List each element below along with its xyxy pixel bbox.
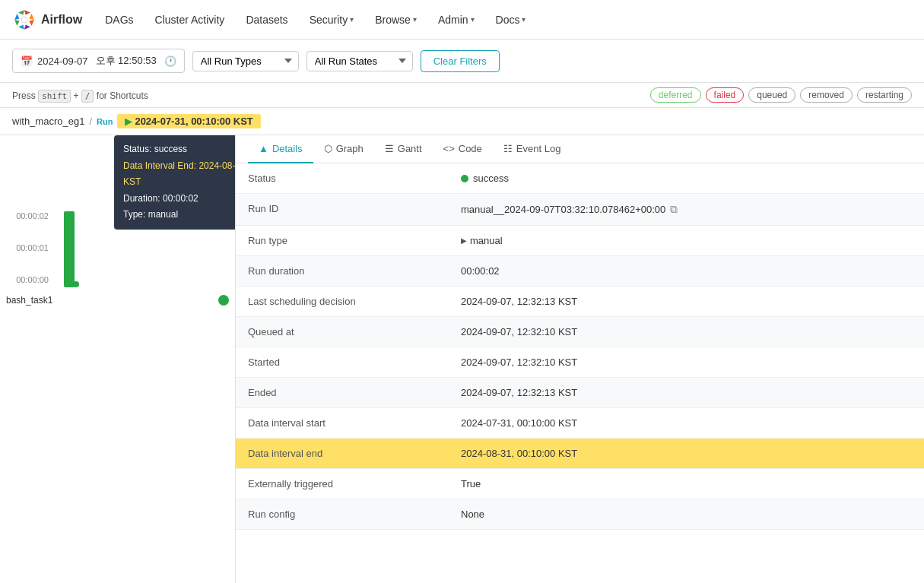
nav-admin[interactable]: Admin ▾ [430, 9, 482, 30]
detail-key: Externally triggered [236, 469, 449, 499]
detail-key: Data interval end [236, 439, 449, 469]
badge-deferred[interactable]: deferred [650, 87, 701, 103]
code-tab-icon: <> [443, 143, 455, 154]
code-tab-label: Code [459, 143, 482, 154]
nav-datasets[interactable]: Datasets [238, 9, 295, 30]
tooltip-type-line: Type: manual [123, 207, 236, 223]
graph-tab-icon: ⬡ [324, 143, 332, 154]
breadcrumb-separator: / [89, 116, 92, 127]
navbar: Airflow DAGs Cluster Activity Datasets S… [0, 0, 924, 40]
table-row: Externally triggeredTrue [236, 469, 924, 499]
admin-dropdown-icon: ▾ [471, 15, 475, 24]
filter-bar: 📅 2024-09-07 오후 12:50:53 🕐 All Run Types… [0, 40, 924, 83]
run-states-select[interactable]: All Run States [306, 51, 413, 71]
task-label-bash: bash_task1 [6, 295, 218, 306]
event-log-tab-label: Event Log [516, 143, 561, 154]
graph-tab-label: Graph [336, 143, 364, 154]
run-date: 2024-07-31, 00:10:00 KST [135, 116, 252, 127]
shortcuts-hint: Press shift + / for Shortcuts [12, 90, 148, 101]
left-panel: Status: success Data Interval End: 2024-… [0, 135, 236, 583]
time-label-2: 00:00:02 [6, 211, 49, 220]
nav-docs[interactable]: Docs ▾ [488, 9, 534, 30]
clear-filters-button[interactable]: Clear Filters [421, 50, 500, 72]
right-panel: ▲ Details ⬡ Graph ☰ Gantt <> Code ☷ Ev [236, 135, 924, 583]
tab-gantt[interactable]: ☰ Gantt [374, 135, 433, 163]
copy-icon[interactable]: ⧉ [670, 203, 678, 216]
detail-value: None [449, 499, 924, 530]
detail-key: Last scheduling decision [236, 287, 449, 317]
detail-value: 2024-09-07, 12:32:10 KST [449, 347, 924, 378]
event-log-tab-icon: ☷ [503, 143, 513, 154]
play-icon: ▶ [125, 116, 132, 127]
detail-value: 2024-09-07, 12:32:13 KST [449, 378, 924, 408]
run-label: Run [97, 117, 113, 126]
status-badges-container: deferred failed queued removed restartin… [650, 87, 912, 103]
gantt-marker [73, 281, 79, 287]
svg-marker-6 [18, 24, 24, 29]
badge-restarting[interactable]: restarting [857, 87, 912, 103]
svg-marker-3 [29, 14, 33, 20]
shift-key: shift [38, 90, 71, 103]
table-row: Run IDmanual__2024-09-07T03:32:10.078462… [236, 194, 924, 226]
tab-details[interactable]: ▲ Details [248, 135, 313, 163]
svg-point-9 [21, 17, 27, 23]
tab-graph[interactable]: ⬡ Graph [313, 135, 374, 163]
detail-key: Run config [236, 499, 449, 530]
svg-marker-1 [24, 10, 30, 14]
dag-name[interactable]: with_macro_eg1 [12, 116, 84, 127]
table-row: Run type▶manual [236, 226, 924, 256]
tooltip-duration-line: Duration: 00:00:02 [123, 191, 236, 208]
nav-dags[interactable]: DAGs [97, 9, 141, 30]
badge-removed[interactable]: removed [800, 87, 853, 103]
detail-value: 2024-07-31, 00:10:00 KST [449, 408, 924, 439]
tab-code[interactable]: <> Code [433, 135, 493, 163]
calendar-icon: 📅 [21, 55, 33, 67]
table-row: Queued at2024-09-07, 12:32:10 KST [236, 317, 924, 347]
date-value: 2024-09-07 [37, 55, 88, 67]
svg-marker-7 [29, 20, 33, 26]
table-row: Started2024-09-07, 12:32:10 KST [236, 347, 924, 378]
detail-value: 2024-08-31, 00:10:00 KST [449, 439, 924, 469]
detail-key: Queued at [236, 317, 449, 347]
airflow-logo [12, 8, 37, 32]
clock-icon: 🕐 [164, 55, 176, 67]
svg-marker-2 [18, 10, 24, 14]
slash-key: / [81, 90, 94, 103]
time-value: 오후 12:50:53 [96, 54, 157, 68]
detail-value: 00:00:02 [449, 256, 924, 287]
table-row: Data interval end2024-08-31, 00:10:00 KS… [236, 439, 924, 469]
run-types-select[interactable]: All Run Types [192, 51, 299, 71]
tooltip-box: Status: success Data Interval End: 2024-… [114, 135, 236, 230]
svg-marker-4 [14, 14, 19, 20]
detail-value: True [449, 469, 924, 499]
status-text: success [473, 173, 509, 184]
badge-queued[interactable]: queued [748, 87, 795, 103]
brand-logo-area[interactable]: Airflow [12, 8, 82, 32]
details-tab-icon: ▲ [259, 143, 268, 154]
nav-cluster-activity[interactable]: Cluster Activity [148, 9, 233, 30]
details-tab-label: Details [272, 143, 303, 154]
run-id-text: manual__2024-09-07T03:32:10.078462+00:00 [461, 204, 665, 215]
security-dropdown-icon: ▾ [350, 15, 354, 24]
run-type-arrow: ▶ [461, 236, 467, 245]
tabs-bar: ▲ Details ⬡ Graph ☰ Gantt <> Code ☷ Ev [236, 135, 924, 163]
docs-dropdown-icon: ▾ [522, 15, 526, 24]
detail-key: Ended [236, 378, 449, 408]
shortcuts-bar: Press shift + / for Shortcuts deferred f… [0, 83, 924, 108]
tab-event-log[interactable]: ☷ Event Log [493, 135, 572, 163]
details-table: StatussuccessRun IDmanual__2024-09-07T03… [236, 163, 924, 530]
nav-security[interactable]: Security ▾ [302, 9, 362, 30]
tooltip-interval-line: Data Interval End: 2024-08-31, 00:10:00 … [123, 158, 236, 191]
status-dot [461, 175, 468, 182]
badge-failed[interactable]: failed [706, 87, 745, 103]
gantt-bar-container [55, 211, 85, 287]
nav-browse[interactable]: Browse ▾ [367, 9, 424, 30]
detail-value: 2024-09-07, 12:32:13 KST [449, 287, 924, 317]
browse-dropdown-icon: ▾ [413, 15, 417, 24]
date-picker[interactable]: 📅 2024-09-07 오후 12:50:53 🕐 [12, 49, 185, 73]
time-axis: 00:00:02 00:00:01 00:00:00 [6, 211, 52, 284]
gantt-tab-label: Gantt [398, 143, 422, 154]
run-date-badge[interactable]: ▶ 2024-07-31, 00:10:00 KST [117, 114, 260, 128]
svg-marker-8 [14, 20, 19, 26]
table-row: Last scheduling decision2024-09-07, 12:3… [236, 287, 924, 317]
